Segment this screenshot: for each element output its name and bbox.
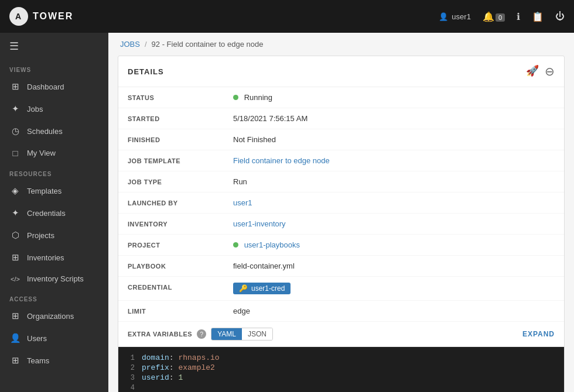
extra-variables-left: EXTRA VARIABLES ? YAML JSON — [128, 328, 273, 341]
notifications-icon[interactable]: 🔔0 — [483, 11, 505, 22]
inventories-icon: ⊞ — [9, 252, 21, 263]
detail-row-job-template: JOB TEMPLATE Field container to edge nod… — [118, 150, 564, 171]
sidebar-item-jobs[interactable]: ✦ Jobs — [0, 98, 108, 120]
inventory-link[interactable]: user1-inventory — [233, 219, 286, 228]
sidebar-section-access: ACCESS — [0, 289, 108, 305]
sidebar-item-projects[interactable]: ⬡ Projects — [0, 224, 108, 246]
main-content: JOBS / 92 - Field container to edge node… — [108, 33, 574, 392]
details-title: DETAILS — [128, 67, 164, 76]
sidebar-item-label: My View — [27, 149, 56, 157]
code-editor[interactable]: 1 domain: rhnaps.io 2 prefix: example2 3 — [118, 347, 564, 392]
detail-row-credential: CREDENTIAL 🔑 user1-cred — [118, 277, 564, 301]
detail-row-started: STARTED 5/18/2021 7:56:15 AM — [118, 108, 564, 129]
breadcrumb-separator: / — [145, 40, 147, 49]
schedules-icon: ◷ — [9, 126, 21, 136]
details-header: DETAILS 🚀 ⊖ — [118, 56, 564, 87]
docs-icon[interactable]: 📋 — [532, 11, 544, 22]
sidebar-item-inventory-scripts[interactable]: </> Inventory Scripts — [0, 269, 108, 289]
job-template-link[interactable]: Field container to edge node — [233, 156, 330, 165]
detail-row-status: STATUS Running — [118, 87, 564, 108]
sidebar-item-users[interactable]: 👤 Users — [0, 327, 108, 349]
format-tab-yaml[interactable]: YAML — [211, 328, 242, 340]
detail-label-launched-by: LAUNCHED BY — [128, 198, 233, 207]
sidebar: ☰ VIEWS ⊞ Dashboard ✦ Jobs ◷ Schedules □… — [0, 33, 108, 392]
sidebar-item-my-view[interactable]: □ My View — [0, 142, 108, 164]
sidebar-item-templates[interactable]: ◈ Templates — [0, 180, 108, 202]
code-line-2: 2 prefix: example2 — [118, 363, 564, 373]
code-line-1: 1 domain: rhnaps.io — [118, 353, 564, 363]
sidebar-item-teams[interactable]: ⊞ Teams — [0, 349, 108, 372]
sidebar-item-organizations[interactable]: ⊞ Organizations — [0, 305, 108, 327]
details-actions: 🚀 ⊖ — [526, 64, 555, 78]
credentials-icon: ✦ — [9, 208, 21, 218]
detail-row-limit: LIMIT edge — [118, 301, 564, 322]
sidebar-item-dashboard[interactable]: ⊞ Dashboard — [0, 75, 108, 98]
sidebar-item-label: Jobs — [27, 105, 43, 114]
detail-value-playbook: field-container.yml — [233, 262, 555, 270]
line-number: 2 — [118, 364, 142, 372]
detail-label-inventory: INVENTORY — [128, 219, 233, 228]
breadcrumb-jobs-link[interactable]: JOBS — [120, 40, 140, 49]
app-name: TOWER — [33, 11, 73, 22]
breadcrumb-current: 92 - Field container to edge node — [152, 40, 264, 49]
breadcrumb: JOBS / 92 - Field container to edge node — [108, 33, 574, 56]
line-number: 1 — [118, 354, 142, 362]
detail-label-finished: FINISHED — [128, 135, 233, 143]
sidebar-item-label: Teams — [27, 356, 49, 365]
inventory-scripts-icon: </> — [9, 276, 21, 283]
sidebar-item-label: Templates — [27, 187, 62, 195]
detail-row-project: PROJECT user1-playbooks — [118, 235, 564, 256]
sidebar-section-views: VIEWS — [0, 60, 108, 75]
user-icon: 👤 — [439, 12, 448, 21]
help-icon[interactable]: ? — [197, 329, 206, 339]
detail-row-finished: FINISHED Not Finished — [118, 129, 564, 150]
hamburger-button[interactable]: ☰ — [0, 33, 108, 60]
sidebar-item-label: Users — [27, 334, 47, 343]
notification-badge: 0 — [496, 13, 505, 22]
extra-variables-header: EXTRA VARIABLES ? YAML JSON EXPAND — [118, 322, 564, 347]
sidebar-item-credentials[interactable]: ✦ Credentials — [0, 202, 108, 224]
main-layout: ☰ VIEWS ⊞ Dashboard ✦ Jobs ◷ Schedules □… — [0, 33, 574, 392]
topbar: A TOWER 👤 user1 🔔0 ℹ 📋 ⏻ — [0, 0, 574, 33]
cancel-button[interactable]: ⊖ — [545, 64, 555, 78]
detail-value-job-template: Field container to edge node — [233, 156, 555, 165]
code-line-4: 4 — [118, 383, 564, 392]
detail-row-inventory: INVENTORY user1-inventory — [118, 214, 564, 235]
detail-row-job-type: JOB TYPE Run — [118, 171, 564, 192]
project-link[interactable]: user1-playbooks — [244, 240, 300, 249]
sidebar-item-label: Dashboard — [27, 82, 64, 91]
line-number: 4 — [118, 384, 142, 392]
app-logo[interactable]: A TOWER — [9, 7, 73, 26]
projects-icon: ⬡ — [9, 230, 21, 240]
my-view-icon: □ — [9, 148, 21, 158]
credential-badge[interactable]: 🔑 user1-cred — [233, 283, 291, 294]
logo-circle: A — [9, 7, 28, 26]
sidebar-item-schedules[interactable]: ◷ Schedules — [0, 120, 108, 142]
detail-label-limit: LIMIT — [128, 307, 233, 315]
sidebar-section-resources: RESOURCES — [0, 164, 108, 180]
detail-label-status: STATUS — [128, 93, 233, 101]
templates-icon: ◈ — [9, 185, 21, 196]
details-body: STATUS Running STARTED 5/18/2021 7:56:15… — [118, 87, 564, 392]
detail-value-finished: Not Finished — [233, 135, 555, 144]
dashboard-icon: ⊞ — [9, 81, 21, 92]
topbar-right: 👤 user1 🔔0 ℹ 📋 ⏻ — [439, 11, 565, 22]
sidebar-item-label: Inventories — [27, 253, 64, 262]
sidebar-item-label: Inventory Scripts — [27, 274, 84, 283]
sidebar-item-label: Projects — [27, 231, 54, 240]
launched-by-link[interactable]: user1 — [233, 198, 252, 207]
format-tab-json[interactable]: JSON — [242, 328, 272, 340]
credential-name: user1-cred — [251, 284, 285, 293]
username: user1 — [452, 12, 471, 21]
power-icon[interactable]: ⏻ — [555, 11, 565, 22]
sidebar-item-inventories[interactable]: ⊞ Inventories — [0, 246, 108, 269]
code-line-3: 3 userid: 1 — [118, 373, 564, 383]
detail-value-status: Running — [233, 93, 555, 102]
detail-value-credential: 🔑 user1-cred — [233, 283, 555, 294]
expand-link[interactable]: EXPAND — [522, 330, 555, 338]
teams-icon: ⊞ — [9, 355, 21, 366]
detail-value-started: 5/18/2021 7:56:15 AM — [233, 114, 555, 123]
info-icon[interactable]: ℹ — [517, 11, 520, 22]
launch-button[interactable]: 🚀 — [526, 64, 539, 78]
user-menu[interactable]: 👤 user1 — [439, 12, 471, 21]
